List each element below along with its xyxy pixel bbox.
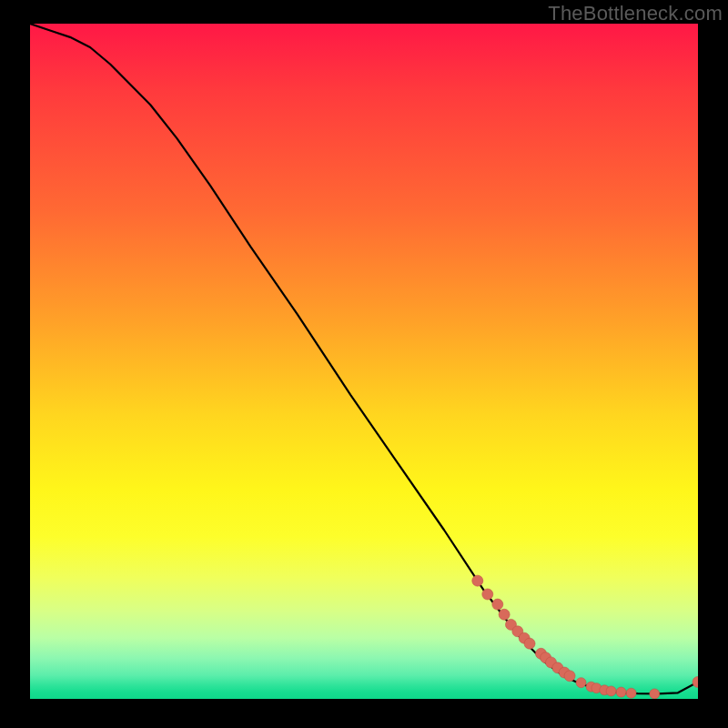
- chart-frame: TheBottleneck.com: [0, 0, 728, 728]
- watermark-text: TheBottleneck.com: [548, 2, 723, 25]
- plot-background-gradient: [30, 24, 698, 699]
